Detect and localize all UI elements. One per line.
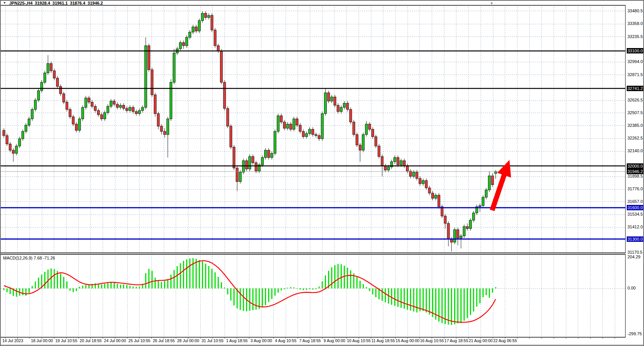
time-axis-label: 19 Jul 10:55 [55, 338, 77, 343]
time-axis-label: 22 Aug 06:55 [493, 338, 517, 343]
time-axis-label: 17 Aug 18:55 [444, 338, 468, 343]
price-tick-label: 33480.5 [627, 8, 643, 13]
time-axis-label: 24 Jul 00:00 [104, 338, 126, 343]
time-axis-label: 4 Aug 10:55 [275, 338, 296, 343]
chart-title-bar: ▼ JPN225-,H431928.431961.131876.431946.2 [0, 0, 644, 5]
window-bottom-edge [0, 344, 644, 346]
time-axis-label: 28 Jul 00:00 [177, 338, 199, 343]
price-tick-label: 31657.0 [627, 199, 643, 204]
price-line-badge: 31300.0 [627, 236, 644, 242]
time-axis-label: 10 Aug 10:55 [347, 338, 371, 343]
chart-window: ▼ JPN225-,H431928.431961.131876.431946.2… [0, 0, 644, 346]
macd-axis: 204.290.00-299.75 [627, 254, 644, 338]
time-axis-label: 9 Aug 00:00 [324, 338, 345, 343]
time-axis-label: 20 Jul 18:55 [80, 338, 102, 343]
macd-indicator-label: MACD(12,26,9) 7.68 -71.26 [3, 256, 55, 260]
time-axis-label: 18 Jul 00:00 [31, 338, 53, 343]
macd-histogram [3, 258, 496, 325]
time-axis-ticks [1, 337, 626, 339]
price-tick-label: 31898.5 [627, 174, 643, 178]
time-axis-label: 14 Jul 2023 [2, 338, 23, 343]
time-axis-label: 16 Aug 10:55 [420, 338, 444, 343]
time-axis-label: 15 Aug 00:00 [396, 338, 419, 343]
price-line-badge: 32741.2 [627, 86, 644, 91]
macd-tick-label: 204.29 [627, 255, 641, 259]
candlesticks [3, 11, 497, 251]
macd-gridlines [1, 254, 626, 338]
price-line-badge: 31600.0 [627, 205, 644, 210]
macd-indicator-pane[interactable]: MACD(12,26,9) 7.68 -71.26 [1, 254, 626, 338]
time-axis-label: 7 Aug 18:55 [299, 338, 321, 343]
price-tick-label: 32385.0 [627, 123, 643, 128]
price-tick-label: 33358.0 [627, 21, 643, 26]
macd-tick-label: 0.00 [627, 286, 636, 290]
price-tick-label: 31534.5 [627, 212, 643, 216]
time-axis-label: 26 Jul 18:55 [153, 338, 175, 343]
chart-shift-marker-icon: ▾ [491, 1, 493, 6]
macd-tick-label: -299.75 [627, 331, 642, 336]
time-axis-label: 11 Aug 18:55 [371, 338, 395, 343]
price-tick-label: 32262.5 [627, 136, 643, 140]
price-axis: 33480.533358.033235.532994.032871.532626… [627, 5, 644, 253]
price-tick-label: 33235.5 [627, 34, 643, 39]
price-tick-label: 32871.5 [627, 72, 643, 77]
price-tick-label: 31776.0 [627, 186, 643, 191]
price-line-badge: 31946.2 [627, 169, 644, 174]
trend-arrow[interactable] [492, 160, 511, 210]
price-line-badge: 32000.0 [627, 163, 644, 169]
time-axis-label: 21 Aug 00:00 [469, 338, 493, 343]
time-axis-label: 1 Aug 18:55 [226, 338, 248, 343]
price-tick-label: 32140.0 [627, 148, 643, 153]
time-axis-label: 25 Jul 10:55 [128, 338, 150, 343]
time-axis: 14 Jul 202318 Jul 00:0019 Jul 10:5520 Ju… [1, 338, 626, 344]
price-tick-label: 32507.5 [627, 110, 643, 115]
price-tick-label: 31412.0 [627, 225, 643, 229]
time-axis-label: 31 Jul 10:55 [201, 338, 223, 343]
price-chart-pane[interactable] [1, 5, 626, 253]
price-line-badge: 33100.0 [627, 48, 644, 53]
price-tick-label: 32626.5 [627, 98, 643, 102]
time-axis-label: 3 Aug 00:00 [251, 338, 272, 343]
symbol-dropdown-icon[interactable]: ▼ [3, 1, 6, 5]
price-tick-label: 32994.0 [627, 59, 643, 64]
